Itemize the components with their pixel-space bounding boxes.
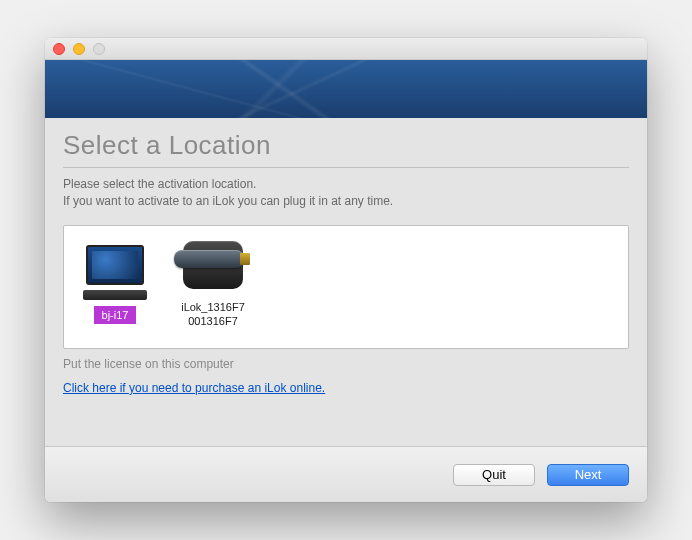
minimize-icon[interactable] [73, 43, 85, 55]
ilok-icon [180, 236, 246, 294]
divider [63, 167, 629, 168]
titlebar [45, 38, 647, 60]
instructions-line-1: Please select the activation location. [63, 176, 629, 193]
maximize-icon [93, 43, 105, 55]
ilok-serial: 001316F7 [181, 314, 245, 328]
content-area: Select a Location Please select the acti… [45, 118, 647, 446]
hint-text: Put the license on this computer [63, 357, 629, 371]
location-selector: bj-i17 iLok_1316F7 001316F7 [63, 225, 629, 349]
next-button[interactable]: Next [547, 464, 629, 486]
instructions-line-2: If you want to activate to an iLok you c… [63, 193, 629, 210]
location-computer[interactable]: bj-i17 [76, 236, 154, 324]
location-ilok[interactable]: iLok_1316F7 001316F7 [174, 236, 252, 329]
close-icon[interactable] [53, 43, 65, 55]
dialog-window: Select a Location Please select the acti… [45, 38, 647, 502]
ilok-name: iLok_1316F7 [181, 300, 245, 314]
computer-icon [82, 236, 148, 294]
quit-button[interactable]: Quit [453, 464, 535, 486]
instructions-text: Please select the activation location. I… [63, 176, 629, 211]
footer: Quit Next [45, 446, 647, 502]
banner-image [45, 60, 647, 118]
purchase-ilok-link[interactable]: Click here if you need to purchase an iL… [63, 381, 325, 395]
ilok-labels: iLok_1316F7 001316F7 [181, 300, 245, 329]
page-title: Select a Location [63, 130, 629, 161]
computer-label: bj-i17 [94, 306, 137, 324]
